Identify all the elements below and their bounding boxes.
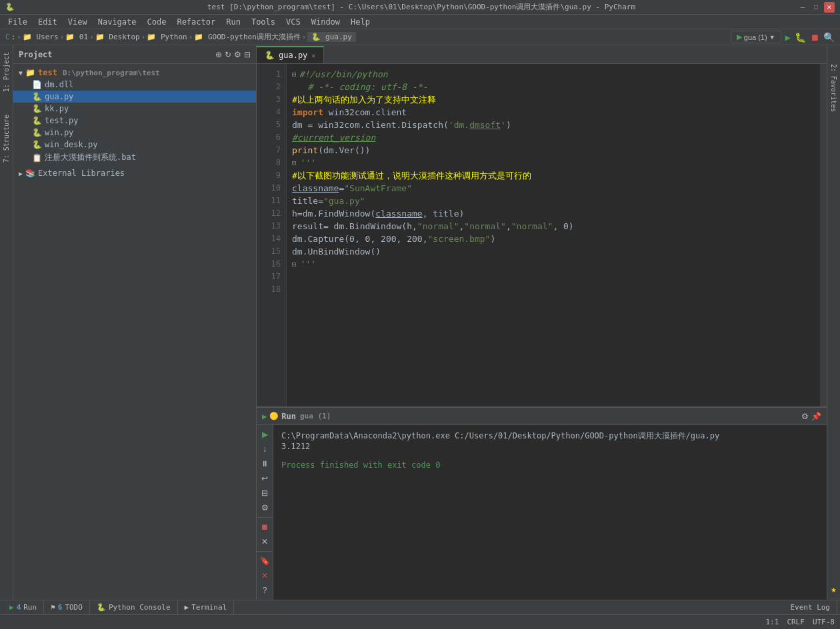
code-line-18[interactable] [292,283,815,296]
code-line-17[interactable] [292,271,815,283]
maximize-button[interactable]: □ [811,2,821,13]
tree-item-test-py[interactable]: 🐍 test.py [13,115,256,127]
code-line-9[interactable]: #以下截图功能测试通过，说明大漠插件这种调用方式是可行的 [292,169,815,182]
tab-structure[interactable]: 7: Structure [1,111,12,167]
fold-btn[interactable]: ⊟ [258,486,271,500]
error-btn[interactable]: ✕ [258,569,271,582]
code-line-12[interactable]: h =dm.FindWindow( classname , title) [292,207,815,220]
minimize-button[interactable]: ─ [797,2,808,13]
settings2-btn[interactable]: ⚙ [258,501,271,514]
cursor-position[interactable]: 1:1 [766,618,779,626]
code-editor: 1 2 3 4 5 6 7 8 9 10 11 12 13 14 15 16 1… [257,64,827,406]
menu-bar: File Edit View Navigate Code Refactor Ru… [0,15,840,29]
bottom-tab-event-log[interactable]: Event Log [783,600,837,615]
menu-edit[interactable]: Edit [33,16,63,28]
breadcrumb-01[interactable]: 📁 01 [65,33,88,41]
menu-refactor[interactable]: Refactor [171,16,221,28]
sidebar-add-btn[interactable]: ⊕ [215,50,222,59]
sidebar-collapse-btn[interactable]: ⊟ [244,50,251,59]
menu-run[interactable]: Run [221,16,246,28]
run-button[interactable]: ▶ [785,32,791,43]
code-content[interactable]: ⊟ #!/usr/bin/python # -*- coding: utf-8 … [287,64,820,406]
scroll-down-btn[interactable]: ↓ [258,442,271,456]
sidebar-sync-btn[interactable]: ↻ [225,50,231,59]
editor-area: 🐍 gua.py ✕ 1 2 3 4 5 6 7 8 9 10 11 12 13 [257,45,827,600]
tree-item-dm-dll[interactable]: 📄 dm.dll [13,79,256,91]
tree-item-bat[interactable]: 📋 注册大漠插件到系统.bat [13,151,256,165]
favorites-tab[interactable]: 2: Favorites [829,61,839,115]
bottom-panel-header: ▶ 🟡 Run gua (1) ⚙ 📌 [257,408,827,425]
tree-external-libs[interactable]: ▶ 📚 External Libraries [13,167,256,179]
tree-item-win-desk-py[interactable]: 🐍 win_desk.py [13,139,256,151]
run-again-btn[interactable]: ▶ [258,428,271,441]
tree-item-win-py[interactable]: 🐍 win.py [13,127,256,139]
code-line-5[interactable]: dm = win32com.client.Dispatch('dm.dmsoft… [292,119,815,131]
favorites-star[interactable]: ★ [831,584,836,594]
tab-close-gua[interactable]: ✕ [311,52,315,59]
tree-root[interactable]: ▼ 📁 test D:\python_program\test [13,67,256,79]
stop2-btn[interactable]: ⏹ [258,520,271,534]
line-separator[interactable]: CRLF [787,618,805,626]
menu-vcs[interactable]: VCS [281,16,306,28]
wrap-btn[interactable]: ↩ [258,472,271,485]
sidebar-header: Project ⊕ ↻ ⚙ ⊟ [13,45,256,64]
search-button[interactable]: 🔍 [823,32,835,43]
menu-file[interactable]: File [3,16,33,28]
code-line-1[interactable]: ⊟ #!/usr/bin/python [292,68,815,81]
panel-tools: ⚙ 📌 [801,412,821,421]
question-btn[interactable]: ? [258,584,271,597]
file-encoding[interactable]: UTF-8 [813,618,835,626]
breadcrumb-users[interactable]: 📁 Users [23,33,59,41]
code-line-3[interactable]: #以上两句话的加入为了支持中文注释 [292,93,815,106]
bottom-tab-terminal[interactable]: ▶ Terminal [178,600,235,615]
right-favorites-panel: 2: Favorites ★ [827,45,840,600]
close-button[interactable]: ✕ [824,2,835,13]
bottom-tab-run[interactable]: ▶ 4 Run [3,600,44,615]
code-line-16[interactable]: ⊟ ''' [292,258,815,271]
breadcrumb-python[interactable]: 📁 Python [147,33,187,41]
status-left [5,618,10,626]
menu-code[interactable]: Code [142,16,172,28]
code-line-7[interactable]: print(dm.Ver()) [292,144,815,157]
tab-project[interactable]: 1: Project [1,48,12,96]
bookmark-btn[interactable]: 🔖 [258,554,271,568]
breadcrumb-file[interactable]: 🐍 gua.py [307,32,355,42]
tree-item-gua-py[interactable]: 🐍 gua.py [13,91,256,103]
editor-tabs: 🐍 gua.py ✕ [257,45,827,64]
breadcrumb-c[interactable]: C: [5,33,15,41]
menu-navigate[interactable]: Navigate [93,16,142,28]
debug-button[interactable]: 🐛 [795,32,806,43]
code-line-15[interactable]: dm.UnBindWindow() [292,245,815,258]
sidebar-settings-btn[interactable]: ⚙ [234,50,241,59]
bottom-tab-python-console[interactable]: 🐍 Python Console [90,600,178,615]
close-panel-btn[interactable]: ✕ [258,535,271,548]
code-line-10[interactable]: classname = "SunAwtFrame" [292,182,815,195]
left-tabs: 1: Project 7: Structure [0,45,13,600]
window-title: test [D:\python_program\test] - C:\Users… [45,2,797,12]
status-bar: 1:1 CRLF UTF-8 [0,614,840,629]
code-line-4[interactable]: import win32com.client [292,106,815,119]
menu-window[interactable]: Window [306,16,345,28]
breadcrumb-desktop[interactable]: 📁 Desktop [95,33,140,41]
stop-button[interactable]: ⏹ [810,32,819,43]
code-line-11[interactable]: title = "gua.py" [292,195,815,207]
run-config-selector[interactable]: ▶ gua (1) ▼ [731,31,781,43]
bottom-tab-todo[interactable]: ⚑ 6 TODO [44,600,90,615]
menu-tools[interactable]: Tools [246,16,281,28]
code-line-14[interactable]: dm.Capture(0, 0, 200, 200, "screen.bmp" … [292,233,815,245]
editor-scrollbar[interactable] [820,64,827,406]
console-cmd-line: C:\ProgramData\Anaconda2\python.exe C:/U… [281,430,819,442]
menu-help[interactable]: Help [345,16,375,28]
code-line-2[interactable]: # -*- coding: utf-8 -*- [292,81,815,93]
breadcrumb-good[interactable]: 📁 GOOD-python调用大漠插件 [194,32,300,42]
pause-btn[interactable]: ⏸ [258,457,271,470]
panel-pin-btn[interactable]: 📌 [811,412,821,421]
editor-tab-gua[interactable]: 🐍 gua.py ✕ [257,46,324,63]
panel-settings-btn[interactable]: ⚙ [801,412,809,421]
code-line-8[interactable]: ⊟ ''' [292,157,815,169]
code-line-13[interactable]: result = dm.BindWindow(h, "normal" , "no… [292,220,815,233]
menu-view[interactable]: View [63,16,93,28]
tree-item-kk-py[interactable]: 🐍 kk.py [13,103,256,115]
line-numbers: 1 2 3 4 5 6 7 8 9 10 11 12 13 14 15 16 1… [257,64,287,406]
code-line-6[interactable]: #current_version [292,131,815,144]
